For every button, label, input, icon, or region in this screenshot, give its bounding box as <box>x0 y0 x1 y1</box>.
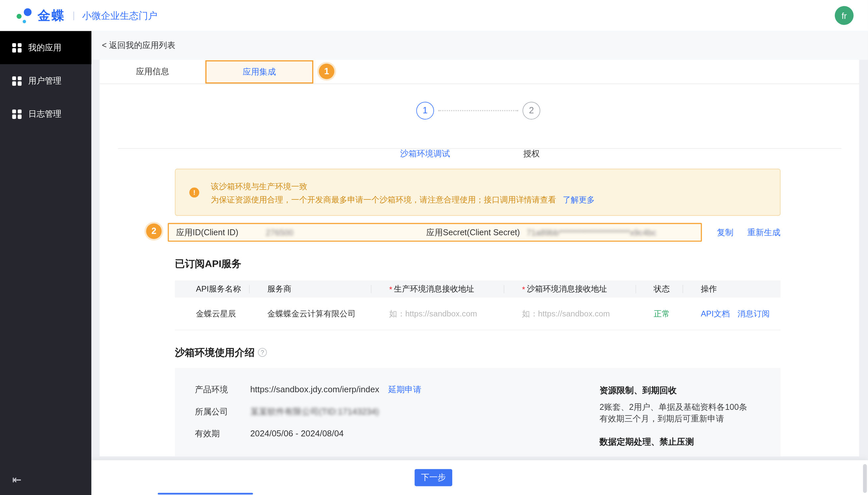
validity-row: 有效期 2024/05/06 - 2024/08/04 <box>195 428 421 440</box>
back-link[interactable]: < 返回我的应用列表 <box>102 40 176 51</box>
notice-line-1: 该沙箱环境与生产环境一致 <box>211 180 595 193</box>
sandbox-section-title-text: 沙箱环境使用介绍 <box>175 346 255 359</box>
col-header-sandbox-url: * 沙箱环境消息接收地址 <box>504 280 636 297</box>
sandbox-url-input[interactable] <box>522 309 633 318</box>
client-secret-value: 71a89bb**********************x9c4bc <box>527 228 684 237</box>
step-2-label: 授权 <box>523 149 540 159</box>
sidebar-item-log-management[interactable]: 日志管理 <box>0 98 91 131</box>
status-badge: 正常 <box>636 308 683 319</box>
wizard-steps: 1 2 沙箱环境调试 授权 <box>100 84 859 149</box>
col-header-service-name: API服务名称 <box>175 280 250 297</box>
sidebar-item-label: 我的应用 <box>28 42 61 53</box>
learn-more-link[interactable]: 了解更多 <box>563 195 595 204</box>
apps-grid-icon <box>12 76 21 85</box>
api-services-table: API服务名称 服务商 * 生产环境消息接收地址 * 沙箱环境消息接收地址 状态 <box>175 280 781 330</box>
sandbox-info-rows: 产品环境 https://sandbox.jdy.com/ierp/index … <box>195 383 421 449</box>
header-label: 沙箱环境消息接收地址 <box>527 284 607 294</box>
header-label: API服务名称 <box>196 284 241 294</box>
tab-bar: 应用信息 应用集成 1 <box>100 59 859 84</box>
tab-app-integration[interactable]: 应用集成 <box>205 60 313 84</box>
required-asterisk: * <box>389 285 392 293</box>
table-header-row: API服务名称 服务商 * 生产环境消息接收地址 * 沙箱环境消息接收地址 状态 <box>175 280 781 297</box>
content-card: 应用信息 应用集成 1 1 2 沙箱环境调试 授权 ! 该沙箱环境与生产环境一致… <box>100 59 859 456</box>
company-row: 所属公司 某某软件有限公司(TID:17143234) <box>195 406 421 418</box>
bottom-action-bar: 下一步 <box>91 460 868 495</box>
vertical-scrollbar-thumb[interactable] <box>863 464 867 493</box>
client-id-value: 276500 <box>266 228 426 237</box>
api-name-cell: 金蝶云星辰 <box>175 308 250 319</box>
apps-grid-icon <box>12 109 21 119</box>
validity-value: 2024/05/06 - 2024/08/04 <box>250 429 344 439</box>
table-row: 金蝶云星辰 金蝶蝶金云计算有限公司 正常 API文档 消息订阅 <box>175 297 781 330</box>
main-content: < 返回我的应用列表 应用信息 应用集成 1 1 2 沙箱环境调试 授权 ! <box>91 31 868 495</box>
header-label: 状态 <box>654 284 670 294</box>
extend-link[interactable]: 延期申请 <box>388 384 421 395</box>
back-row: < 返回我的应用列表 <box>91 31 868 59</box>
sidebar: 我的应用 用户管理 日志管理 ⇤ <box>0 31 91 495</box>
horizontal-scrollbar-thumb[interactable] <box>158 493 253 495</box>
col-header-prod-url: * 生产环境消息接收地址 <box>371 280 504 297</box>
sandbox-url-cell <box>504 309 636 318</box>
step-2-circle: 2 <box>522 102 540 119</box>
brand-name: 金蝶 <box>38 7 65 24</box>
next-step-button[interactable]: 下一步 <box>415 469 453 487</box>
col-header-actions: 操作 <box>683 280 781 297</box>
company-value: 某某软件有限公司(TID:17143234) <box>250 406 379 417</box>
client-secret-label: 应用Secret(Client Secret) <box>427 227 520 238</box>
section-divider <box>118 148 841 149</box>
data-policy-title: 数据定期处理、禁止压测 <box>599 437 747 447</box>
sandbox-section-title: 沙箱环境使用介绍 ? <box>175 346 859 359</box>
resource-limits: 资源限制、到期回收 2账套、2用户、单据及基础资料各100条 有效期三个月，到期… <box>599 385 747 448</box>
env-row: 产品环境 https://sandbox.jdy.com/ierp/index … <box>195 383 421 396</box>
tab-app-info[interactable]: 应用信息 <box>100 59 205 84</box>
header-label: 操作 <box>701 284 717 294</box>
kingdee-logo-icon <box>17 7 33 24</box>
limit-line-1: 2账套、2用户、单据及基础资料各100条 <box>599 401 747 412</box>
notice-line-2: 为保证资源使用合理，一个开发商最多申请一个沙箱环境，请注意合理使用；接口调用详情… <box>211 193 595 206</box>
required-asterisk: * <box>522 285 525 293</box>
header-label: 服务商 <box>267 284 291 294</box>
annotation-badge-1: 1 <box>319 64 335 79</box>
row-actions: API文档 消息订阅 <box>683 308 781 319</box>
sandbox-notice-banner: ! 该沙箱环境与生产环境一致 为保证资源使用合理，一个开发商最多申请一个沙箱环境… <box>175 169 781 216</box>
copy-button[interactable]: 复制 <box>717 227 733 238</box>
sidebar-footer: ⇤ <box>0 464 91 495</box>
env-label: 产品环境 <box>195 384 250 395</box>
notice-text: 该沙箱环境与生产环境一致 为保证资源使用合理，一个开发商最多申请一个沙箱环境，请… <box>211 180 595 206</box>
header-divider: | <box>72 10 75 21</box>
step-1-label: 沙箱环境调试 <box>400 149 450 159</box>
prod-url-cell <box>371 309 504 318</box>
step-connector <box>438 110 518 111</box>
client-id-label: 应用ID(Client ID) <box>176 227 258 238</box>
step-1-circle: 1 <box>416 102 434 119</box>
provider-cell: 金蝶蝶金云计算有限公司 <box>250 308 371 319</box>
user-avatar[interactable]: fr <box>835 6 854 25</box>
prod-url-input[interactable] <box>389 309 500 318</box>
sidebar-item-label: 日志管理 <box>28 109 61 119</box>
apps-grid-icon <box>12 43 21 52</box>
top-header: 金蝶 | 小微企业生态门户 fr <box>0 0 868 31</box>
col-header-provider: 服务商 <box>250 280 371 297</box>
sidebar-item-user-management[interactable]: 用户管理 <box>0 64 91 98</box>
api-doc-link[interactable]: API文档 <box>701 308 730 319</box>
help-icon[interactable]: ? <box>258 348 267 357</box>
header-label: 生产环境消息接收地址 <box>394 284 474 294</box>
company-label: 所属公司 <box>195 406 250 417</box>
api-section-title-text: 已订阅API服务 <box>175 257 241 270</box>
warning-icon: ! <box>189 188 199 198</box>
credentials-box: 应用ID(Client ID) 276500 应用Secret(Client S… <box>168 223 702 242</box>
app-window: 金蝶 | 小微企业生态门户 fr 我的应用 用户管理 日志管理 ⇤ < 返回我的… <box>0 0 868 495</box>
message-subscribe-link[interactable]: 消息订阅 <box>738 308 770 319</box>
credentials-row: 应用ID(Client ID) 276500 应用Secret(Client S… <box>168 223 859 242</box>
env-url: https://sandbox.jdy.com/ierp/index <box>250 384 379 394</box>
limit-line-2: 有效期三个月，到期后可重新申请 <box>599 413 747 424</box>
notice-line-2-text: 为保证资源使用合理，一个开发商最多申请一个沙箱环境，请注意合理使用；接口调用详情… <box>211 195 556 204</box>
regenerate-button[interactable]: 重新生成 <box>747 227 781 238</box>
portal-title: 小微企业生态门户 <box>82 9 157 22</box>
validity-label: 有效期 <box>195 428 250 439</box>
sandbox-info-panel: 产品环境 https://sandbox.jdy.com/ierp/index … <box>175 368 781 456</box>
sidebar-item-my-apps[interactable]: 我的应用 <box>0 31 91 64</box>
annotation-badge-2: 2 <box>146 224 162 239</box>
api-section-title: 已订阅API服务 <box>175 257 859 270</box>
collapse-sidebar-icon[interactable]: ⇤ <box>12 473 21 487</box>
